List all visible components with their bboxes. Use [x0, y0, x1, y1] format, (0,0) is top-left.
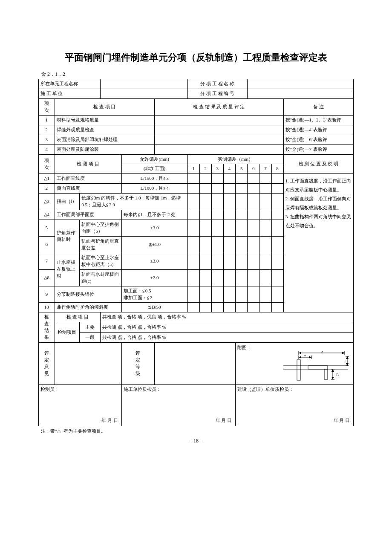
cell[interactable] [271, 286, 283, 303]
cell[interactable] [248, 253, 259, 269]
cell[interactable] [248, 184, 259, 194]
cell[interactable] [271, 184, 283, 194]
cell[interactable] [211, 184, 223, 194]
cell[interactable]: 共检测 点，合格 点，合格率 % [101, 333, 354, 343]
cell[interactable] [223, 210, 235, 220]
cell[interactable] [199, 210, 211, 220]
unit-name-value[interactable] [101, 79, 187, 89]
cell[interactable] [236, 220, 248, 237]
cell[interactable] [155, 115, 284, 125]
cell[interactable] [211, 236, 223, 253]
cell[interactable] [211, 194, 223, 210]
cell[interactable] [271, 269, 283, 286]
cell[interactable] [259, 253, 271, 269]
cell[interactable] [236, 236, 248, 253]
cell[interactable] [199, 269, 211, 286]
contractor-value[interactable] [101, 89, 187, 98]
date-field[interactable]: 年 月 日 [216, 417, 232, 424]
cell[interactable] [199, 220, 211, 237]
cell[interactable] [248, 303, 259, 312]
cell[interactable] [187, 269, 199, 286]
cell[interactable] [223, 286, 235, 303]
cell[interactable] [187, 220, 199, 237]
sub-no-value[interactable] [248, 89, 354, 98]
cell[interactable] [199, 253, 211, 269]
cell[interactable] [259, 269, 271, 286]
cell[interactable] [259, 236, 271, 253]
cell[interactable] [248, 174, 259, 184]
cell[interactable] [211, 253, 223, 269]
cell[interactable] [223, 269, 235, 286]
cell[interactable] [248, 194, 259, 210]
cell[interactable] [248, 236, 259, 253]
cell[interactable] [211, 174, 223, 184]
sign-contractor-qc[interactable]: 施工单位质检员： 年 月 日 [121, 385, 235, 426]
cell[interactable] [199, 286, 211, 303]
cell[interactable] [187, 184, 199, 194]
cell[interactable] [155, 125, 284, 135]
cell[interactable] [236, 210, 248, 220]
cell[interactable] [271, 174, 283, 184]
cell[interactable] [271, 220, 283, 237]
cell[interactable] [211, 286, 223, 303]
cell[interactable] [236, 286, 248, 303]
cell[interactable] [259, 184, 271, 194]
cell[interactable] [211, 210, 223, 220]
opinion-value[interactable] [55, 343, 121, 385]
cell[interactable] [271, 303, 283, 312]
cell[interactable] [155, 145, 284, 154]
cell[interactable] [223, 236, 235, 253]
cell[interactable] [248, 210, 259, 220]
cell[interactable] [271, 210, 283, 220]
cell[interactable] [187, 286, 199, 303]
cell[interactable] [199, 236, 211, 253]
cell[interactable] [259, 286, 271, 303]
cell[interactable] [236, 174, 248, 184]
cell[interactable] [187, 303, 199, 312]
cell[interactable] [199, 174, 211, 184]
cell[interactable] [259, 210, 271, 220]
cell[interactable] [259, 220, 271, 237]
cell[interactable] [211, 303, 223, 312]
cell[interactable] [187, 194, 199, 210]
cell[interactable] [223, 220, 235, 237]
cell[interactable] [236, 253, 248, 269]
sign-owner-qc[interactable]: 建设（监理）单位质检员： 年 月 日 [236, 385, 354, 426]
grade-value[interactable] [155, 343, 236, 385]
cell[interactable] [199, 194, 211, 210]
cell[interactable] [236, 194, 248, 210]
cell[interactable] [271, 236, 283, 253]
cell[interactable] [187, 253, 199, 269]
cell[interactable] [211, 220, 223, 237]
cell[interactable] [259, 303, 271, 312]
cell[interactable] [223, 184, 235, 194]
cell[interactable] [187, 210, 199, 220]
cell[interactable] [187, 236, 199, 253]
cell[interactable] [259, 174, 271, 184]
cell[interactable] [199, 303, 211, 312]
cell[interactable] [259, 194, 271, 210]
cell[interactable] [223, 194, 235, 210]
cell[interactable] [236, 184, 248, 194]
cell[interactable]: 共检查 项，合格 项，优良 项，合格率 % [101, 312, 354, 322]
cell[interactable] [223, 303, 235, 312]
sign-inspector[interactable]: 检测员： 年 月 日 [39, 385, 122, 426]
cell[interactable] [271, 253, 283, 269]
cell[interactable] [236, 303, 248, 312]
cell[interactable]: 共检测 点，合格 点，合格率 % [101, 322, 354, 333]
cell[interactable] [223, 253, 235, 269]
cell[interactable] [271, 194, 283, 210]
cell[interactable] [187, 174, 199, 184]
cell[interactable] [248, 269, 259, 286]
sub-name-value[interactable] [248, 79, 354, 89]
cell[interactable] [155, 135, 284, 145]
cell[interactable] [236, 269, 248, 286]
cell[interactable] [223, 174, 235, 184]
cell[interactable] [248, 286, 259, 303]
date-field[interactable]: 年 月 日 [334, 417, 350, 424]
col-remark: 备 注 [283, 98, 353, 115]
date-field[interactable]: 年 月 日 [101, 417, 118, 424]
cell[interactable] [248, 220, 259, 237]
cell[interactable] [211, 269, 223, 286]
cell[interactable] [199, 184, 211, 194]
